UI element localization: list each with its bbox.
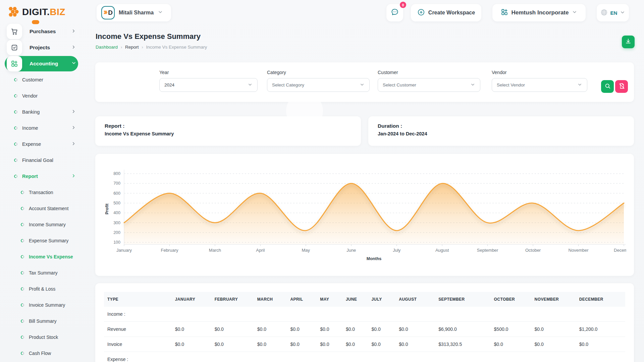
globe-icon [600,9,608,17]
cell-value: $1,200.0 [576,322,625,337]
sidebar-item-purchases[interactable]: Purchases [0,23,95,40]
chevron-right-icon [71,45,76,51]
breadcrumb-separator-icon: › [142,45,143,50]
user-menu[interactable]: D Mitali Sharma [97,4,171,21]
sidebar-item-label: Report [22,174,38,179]
cell-value: $0.0 [368,322,396,337]
bullet-icon [13,77,18,82]
sidebar-item-income[interactable]: Income [0,120,95,136]
download-button[interactable] [622,36,635,48]
table-header-june: JUNE [342,292,368,307]
bullet-icon [20,319,25,323]
bullet-icon [20,222,25,227]
sidebar-item-label: Projects [30,45,50,51]
sidebar-item-income-summary[interactable]: Income Summary [0,217,95,233]
year-label: Year [159,70,258,75]
sidebar: PurchasesProjectsAccountingCustomerVendo… [0,23,95,362]
sidebar-item-income-vs-expense[interactable]: Income Vs Expense [0,249,95,265]
svg-text:400: 400 [113,210,120,215]
breadcrumb-dashboard[interactable]: Dashboard [96,45,118,50]
cell-value: $0.0 [395,322,435,337]
profit-area-chart: 800700600500400300200100JanuaryFebruaryM… [103,158,626,272]
sidebar-item-label: Product Stock [29,335,58,340]
breadcrumb-report[interactable]: Report [125,45,139,50]
sidebar-item-vendor[interactable]: Vendor [0,88,95,104]
customer-select[interactable]: Select Customer [378,78,480,92]
year-select[interactable]: 2024 [159,78,258,92]
svg-text:200: 200 [113,230,120,235]
create-workspace-button[interactable]: Create Workspace [411,4,481,21]
chevron-right-icon [71,173,76,180]
clear-filter-icon [619,83,625,90]
sidebar-item-label: Invoice Summary [29,302,65,308]
svg-text:July: July [393,248,401,253]
cell-value: $0.0 [576,337,625,352]
cell-value: $0.0 [491,337,531,352]
sidebar-item-projects[interactable]: Projects [0,40,95,56]
sidebar-item-account-statement[interactable]: Account Statement [0,200,95,217]
svg-text:100: 100 [113,240,120,245]
svg-text:October: October [525,248,541,253]
cell-value: $0.0 [211,337,254,352]
sidebar-item-transaction[interactable]: Transaction [0,184,95,200]
svg-text:May: May [302,248,310,253]
vendor-select[interactable]: Select Vendor [492,78,587,92]
sidebar-item-label: Banking [22,109,40,115]
svg-text:500: 500 [113,201,120,205]
chevron-down-icon [360,82,365,88]
sidebar-item-product-stock[interactable]: Product Stock [0,329,95,345]
sidebar-item-report[interactable]: Report [0,168,95,184]
plus-circle-icon [417,8,425,17]
table-header-april: APRIL [287,292,317,307]
cell-value: $0.0 [287,322,317,337]
sidebar-item-cash-flow[interactable]: Cash Flow [0,345,95,361]
bullet-icon [20,270,25,275]
chat-button[interactable]: 0 [386,4,403,21]
sidebar-item-label: Expense [22,141,41,147]
chevron-down-icon [470,82,475,88]
sidebar-item-customer[interactable]: Customer [0,72,95,88]
apply-filter-button[interactable] [601,80,614,93]
search-icon [604,83,611,90]
vendor-label: Vendor [492,70,587,75]
language-selector[interactable]: EN [597,4,629,21]
table-row-revenue: Revenue$0.0$0.0$0.0$0.0$0.0$0.0$0.0$0.0$… [104,322,625,337]
chevron-down-icon [577,82,582,88]
sidebar-item-bill-summary[interactable]: Bill Summary [0,313,95,329]
svg-text:April: April [256,248,265,253]
svg-text:September: September [477,248,498,253]
sidebar-item-label: Profit & Loss [29,286,55,292]
bullet-icon [20,351,25,356]
cell-value: $313,320.5 [435,337,490,352]
customer-label: Customer [378,70,480,75]
table-header-september: SEPTEMBER [435,292,490,307]
sidebar-item-banking[interactable]: Banking [0,104,95,120]
table-header-march: MARCH [254,292,287,307]
sidebar-item-expense[interactable]: Expense [0,136,95,152]
table-header-may: MAY [317,292,342,307]
bullet-icon [20,287,25,291]
logo-text: DIGIT.BIZ [22,7,65,17]
svg-text:February: February [161,248,178,253]
reset-filter-button[interactable] [615,80,628,93]
workspace-selector[interactable]: Hemtush Incorporate [492,4,586,21]
chat-badge: 0 [400,2,406,8]
bullet-icon [13,126,18,130]
app-logo: DIGIT.BIZ [7,5,65,19]
sidebar-item-profit-loss[interactable]: Profit & Loss [0,281,95,297]
chevron-down-icon [158,9,163,16]
sidebar-item-expense-summary[interactable]: Expense Summary [0,233,95,249]
download-icon [625,38,632,46]
sidebar-item-label: Tax Summary [29,270,58,276]
sidebar-item-tax-summary[interactable]: Tax Summary [0,265,95,281]
cart-icon [7,24,22,39]
cell-value: $6,900.0 [435,322,490,337]
sidebar-item-financial-goal[interactable]: Financial Goal [0,152,95,168]
sidebar-item-invoice-summary[interactable]: Invoice Summary [0,297,95,313]
sidebar-item-label: Income Vs Expense [29,254,73,259]
svg-text:300: 300 [113,221,120,225]
sidebar-item-accounting[interactable]: Accounting [0,56,95,72]
category-select[interactable]: Select Category [267,78,370,92]
bullet-icon [20,303,25,307]
row-label: Revenue [104,322,172,337]
